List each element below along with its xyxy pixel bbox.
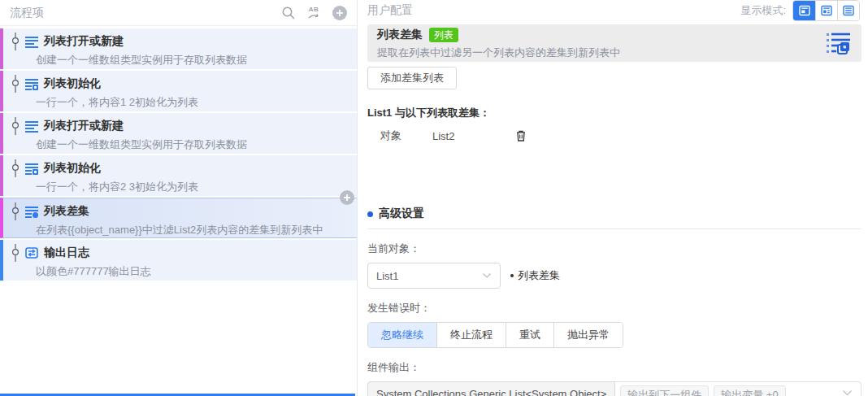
component-info-card: 列表差集 列表 提取在列表中过滤另一个列表内容的差集到新列表中 — [367, 24, 861, 62]
current-object-value: List1 — [376, 270, 398, 282]
list-init-icon — [25, 163, 38, 175]
config-panel-title: 用户配置 — [367, 3, 413, 18]
add-flow-item-icon[interactable] — [331, 4, 349, 22]
flow-item-desc: 一行一个，将内容1 2初始化为列表 — [36, 95, 350, 110]
flow-item-title: 列表打开或新建 — [44, 34, 124, 49]
flow-item-list-init-1[interactable]: 列表初始化 一行一个，将内容1 2初始化为列表 — [0, 71, 357, 111]
output-variable-chip[interactable]: 输出变量 +0 — [714, 385, 785, 396]
connector-node-icon — [11, 244, 20, 262]
component-title: 列表差集 — [377, 28, 423, 42]
flow-item-desc: 创建一个一维数组类型实例用于存取列表数据 — [36, 137, 350, 152]
user-config-panel: 用户配置 显示模式: 列表差集 列表 — [358, 0, 868, 396]
insert-item-icon[interactable] — [340, 190, 354, 205]
connector-node-icon — [11, 202, 20, 220]
output-type-box: System.Collections.Generic.List<System.O… — [367, 381, 615, 396]
list-open-icon — [25, 120, 38, 133]
component-output-label: 组件输出： — [367, 360, 861, 375]
app-window: 流程项 AB 列表打开或新建 — [0, 0, 868, 396]
search-icon[interactable] — [279, 4, 297, 22]
component-output-select[interactable]: System.Collections.Generic.List<System.O… — [367, 381, 861, 396]
error-option-throw[interactable]: 抛出异常 — [553, 323, 623, 347]
flow-item-desc: 一行一个，将内容2 3初始化为列表 — [36, 180, 350, 194]
display-mode-label: 显示模式: — [740, 3, 786, 18]
batch-rename-icon[interactable]: AB — [305, 4, 323, 22]
current-object-label: 当前对象： — [367, 242, 861, 256]
flow-item-list-open-1[interactable]: 列表打开或新建 创建一个一维数组类型实例用于存取列表数据 — [0, 28, 357, 69]
advanced-settings-header: 高级设置 — [367, 207, 861, 221]
section-bullet-icon — [367, 211, 373, 217]
section-divider — [367, 228, 861, 229]
diff-statement-text: 与以下列表取差集： — [392, 107, 490, 119]
delete-row-icon[interactable] — [516, 130, 526, 141]
connector-node-icon — [11, 33, 20, 50]
diff-object-row: 对象 List2 — [367, 128, 861, 144]
flow-item-desc: 创建一个一维数组类型实例用于存取列表数据 — [36, 53, 350, 67]
list-diff-large-icon — [826, 31, 852, 55]
component-type-badge: 列表 — [429, 28, 458, 42]
connector-node-icon — [11, 75, 20, 93]
flow-item-list-diff-selected[interactable]: 列表差集 在列表{{object_name}}中过滤List2列表内容的差集到新… — [0, 198, 357, 238]
flow-item-title: 输出日志 — [44, 246, 89, 260]
add-diff-list-button[interactable]: 添加差集列表 — [367, 67, 457, 89]
display-mode-card-button[interactable] — [793, 1, 815, 20]
flow-item-title: 列表初始化 — [44, 76, 101, 91]
hint-bullet-icon — [510, 274, 514, 277]
flow-item-list-init-2[interactable]: 列表初始化 一行一个，将内容2 3初始化为列表 — [0, 155, 357, 196]
flow-item-title: 列表差集 — [44, 204, 89, 219]
object-value: List2 — [432, 130, 454, 142]
error-option-stop[interactable]: 终止流程 — [436, 323, 506, 347]
flow-items-panel: 流程项 AB 列表打开或新建 — [0, 0, 358, 396]
chevron-down-icon — [842, 389, 853, 396]
connector-node-icon — [11, 117, 20, 135]
output-next-component-chip[interactable]: 输出到下一组件 — [620, 385, 709, 396]
config-panel-header: 用户配置 显示模式: — [358, 0, 868, 21]
object-label: 对象 — [380, 128, 401, 143]
display-mode-switch — [792, 0, 860, 21]
display-mode-split-button[interactable] — [815, 1, 837, 20]
flow-item-log-output[interactable]: 输出日志 以颜色#777777输出日志 — [0, 240, 357, 281]
display-mode-list-button[interactable] — [837, 1, 859, 20]
flow-item-list: 列表打开或新建 创建一个一维数组类型实例用于存取列表数据 列表初始化 一行一个，… — [0, 26, 357, 281]
current-object-hint: 列表差集 — [510, 268, 560, 283]
advanced-settings-title: 高级设置 — [379, 207, 424, 221]
flow-item-title: 列表打开或新建 — [44, 119, 124, 133]
flow-item-list-open-2[interactable]: 列表打开或新建 创建一个一维数组类型实例用于存取列表数据 — [0, 113, 357, 154]
flow-panel-header: 流程项 AB — [0, 0, 357, 26]
diff-target-list: List1 — [367, 107, 392, 119]
on-error-label: 发生错误时： — [367, 301, 861, 315]
diff-statement: List1 与以下列表取差集： — [367, 106, 861, 120]
component-desc: 提取在列表中过滤另一个列表内容的差集到新列表中 — [377, 46, 826, 60]
log-output-icon — [25, 246, 38, 259]
error-option-retry[interactable]: 重试 — [506, 323, 553, 347]
flow-item-desc: 以颜色#777777输出日志 — [36, 264, 350, 279]
flow-panel-title: 流程项 — [10, 6, 44, 20]
flow-item-title: 列表初始化 — [44, 161, 101, 176]
chevron-down-icon — [482, 272, 492, 279]
list-open-icon — [25, 36, 38, 48]
error-option-ignore[interactable]: 忽略继续 — [368, 323, 436, 347]
flow-item-desc: 在列表{{object_name}}中过滤List2列表内容的差集到新列表中 — [36, 223, 350, 237]
connector-node-icon — [11, 159, 20, 177]
on-error-options: 忽略继续 终止流程 重试 抛出异常 — [367, 322, 623, 348]
current-object-select[interactable]: List1 — [367, 263, 501, 289]
list-diff-icon — [25, 206, 38, 218]
list-init-icon — [25, 78, 38, 90]
